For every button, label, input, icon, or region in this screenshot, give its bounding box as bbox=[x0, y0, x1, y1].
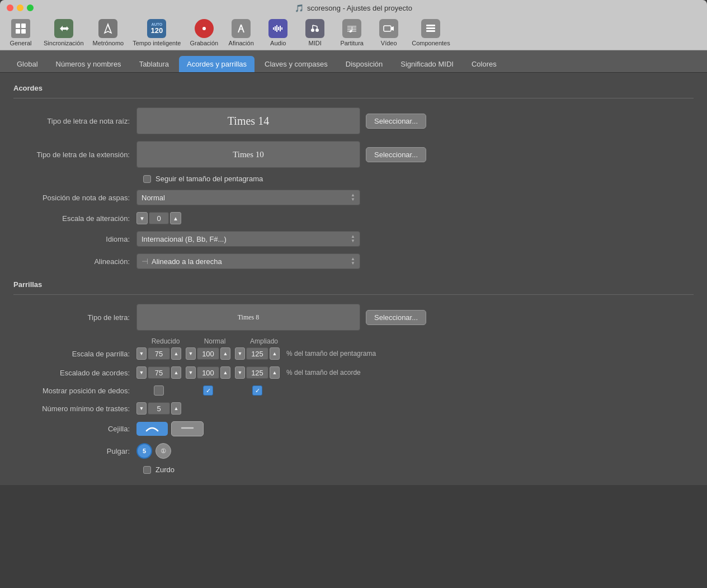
mp-ampliado-checkbox[interactable]: ✓ bbox=[252, 385, 262, 396]
tab-colores[interactable]: Colores bbox=[464, 56, 505, 72]
svg-point-18 bbox=[315, 29, 319, 32]
ep-nor-down[interactable]: ▼ bbox=[186, 347, 196, 360]
toolbar-afinacion-label: Afinación bbox=[229, 40, 254, 46]
toolbar-video[interactable]: Vídeo bbox=[375, 19, 403, 46]
ep-red-up[interactable]: ▲ bbox=[171, 347, 181, 360]
ep-amp-up[interactable]: ▲ bbox=[270, 347, 280, 360]
acordes-section-title: Acordes bbox=[13, 84, 694, 92]
posicion-nota-select[interactable]: Normal ▲▼ bbox=[136, 190, 360, 205]
alineacion-row: Alineación: ⊣ Alineado a la derecha ▲▼ bbox=[13, 253, 694, 269]
cejilla-option2-btn[interactable] bbox=[171, 421, 204, 436]
tab-disposicion[interactable]: Disposición bbox=[338, 56, 390, 72]
posicion-nota-label: Posición de nota de aspas: bbox=[13, 194, 136, 202]
tabs-bar: Global Números y nombres Tablatura Acord… bbox=[0, 50, 707, 73]
idioma-select[interactable]: Internacional (B, Bb, F#...) ▲▼ bbox=[136, 231, 360, 247]
cejilla-toggle-group bbox=[136, 421, 204, 436]
ea-red-up[interactable]: ▲ bbox=[171, 366, 181, 379]
tipo-letra-extension-row: Tipo de letra de la extensión: Times 10 … bbox=[13, 141, 694, 168]
toolbar-sincronizacion[interactable]: Sincronización bbox=[44, 19, 84, 46]
alineacion-label: Alineación: bbox=[13, 257, 136, 266]
ep-nor-up[interactable]: ▲ bbox=[220, 347, 230, 360]
close-button[interactable] bbox=[7, 4, 13, 11]
zurdo-row: Zurdo bbox=[143, 465, 694, 474]
tipo-letra-raiz-row: Tipo de letra de nota raíz: Times 14 Sel… bbox=[13, 107, 694, 134]
toolbar-grabacion[interactable]: Grabación bbox=[190, 19, 218, 46]
title-icon: 🎵 bbox=[295, 4, 304, 12]
ea-red-down[interactable]: ▼ bbox=[136, 366, 147, 379]
mp-normal-container: ✓ bbox=[186, 385, 230, 396]
ea-amp-down[interactable]: ▼ bbox=[235, 366, 245, 379]
svg-rect-2 bbox=[16, 29, 20, 34]
svg-rect-28 bbox=[384, 26, 391, 31]
tipo-letra-extension-select-btn[interactable]: Seleccionar... bbox=[366, 147, 426, 162]
toolbar-afinacion[interactable]: Afinación bbox=[227, 19, 255, 46]
toolbar-tempo[interactable]: AUTO 120 Tempo inteligente bbox=[133, 19, 181, 46]
tipo-letra-raiz-label: Tipo de letra de nota raíz: bbox=[13, 117, 136, 125]
tab-midi[interactable]: Significado MIDI bbox=[393, 56, 461, 72]
alineacion-select[interactable]: ⊣ Alineado a la derecha ▲▼ bbox=[136, 253, 360, 269]
tipo-letra-raiz-select-btn[interactable]: Seleccionar... bbox=[366, 114, 426, 129]
svg-line-20 bbox=[313, 25, 317, 26]
idioma-label: Idioma: bbox=[13, 235, 136, 243]
toolbar-partitura[interactable]: Partitura bbox=[338, 19, 366, 46]
ea-nor-down[interactable]: ▼ bbox=[186, 366, 196, 379]
posicion-nota-arrows: ▲▼ bbox=[351, 193, 355, 202]
ea-nor-up[interactable]: ▲ bbox=[220, 366, 230, 379]
pulgar-option1-btn[interactable]: 5 bbox=[136, 443, 152, 459]
ep-amp-down[interactable]: ▼ bbox=[235, 347, 245, 360]
mp-reducido-checkbox[interactable] bbox=[154, 385, 164, 396]
tab-claves[interactable]: Claves y compases bbox=[257, 56, 336, 72]
escala-parrilla-label: Escala de parrilla: bbox=[13, 350, 136, 358]
mp-normal-checkbox[interactable]: ✓ bbox=[203, 385, 213, 396]
ea-amp-value: 125 bbox=[246, 366, 268, 379]
toolbar-midi-label: MIDI bbox=[309, 40, 322, 46]
escala-alteracion-row: Escala de alteración: ▼ 0 ▲ bbox=[13, 212, 694, 224]
zurdo-checkbox[interactable] bbox=[143, 466, 151, 474]
tab-numeros[interactable]: Números y nombres bbox=[48, 56, 129, 72]
parrillas-tipo-letra-label: Tipo de letra: bbox=[13, 313, 136, 322]
toolbar-midi[interactable]: MIDI bbox=[301, 19, 329, 46]
componentes-icon bbox=[421, 19, 440, 38]
posicion-nota-row: Posición de nota de aspas: Normal ▲▼ bbox=[13, 190, 694, 205]
toolbar-metronomo[interactable]: Metrónomo bbox=[93, 19, 124, 46]
acordes-divider bbox=[13, 98, 694, 98]
afinacion-icon bbox=[232, 19, 251, 38]
mp-reducido-container bbox=[136, 385, 181, 396]
col-headers-row: Reducido Normal Ampliado bbox=[143, 337, 694, 345]
svg-point-7 bbox=[202, 27, 206, 30]
escala-alteracion-down[interactable]: ▼ bbox=[136, 212, 148, 224]
ea-amp-up[interactable]: ▲ bbox=[270, 366, 280, 379]
pulgar-row: Pulgar: 5 ① bbox=[13, 443, 694, 459]
svg-rect-11 bbox=[273, 27, 274, 30]
toolbar-general[interactable]: General bbox=[7, 19, 35, 46]
tab-tablatura[interactable]: Tablatura bbox=[131, 56, 177, 72]
maximize-button[interactable] bbox=[27, 4, 34, 11]
mp-ampliado-container: ✓ bbox=[235, 385, 280, 396]
col-header-normal: Normal bbox=[192, 337, 237, 345]
ep-amp-value: 125 bbox=[246, 347, 268, 360]
ea-reducido: ▼ 75 ▲ bbox=[136, 366, 181, 379]
pulgar-toggle-group: 5 ① bbox=[136, 443, 171, 459]
audio-icon bbox=[268, 19, 287, 38]
ep-red-down[interactable]: ▼ bbox=[136, 347, 147, 360]
pulgar-option2-btn[interactable]: ① bbox=[155, 443, 171, 459]
minimize-button[interactable] bbox=[17, 4, 23, 11]
toolbar-partitura-label: Partitura bbox=[340, 40, 364, 46]
cejilla-option1-btn[interactable] bbox=[136, 422, 168, 436]
escala-alteracion-up[interactable]: ▲ bbox=[170, 212, 181, 224]
toolbar-audio[interactable]: Audio bbox=[264, 19, 292, 46]
parrillas-tipo-letra-select-btn[interactable]: Seleccionar... bbox=[366, 310, 426, 325]
toolbar-metronomo-label: Metrónomo bbox=[93, 40, 124, 46]
escala-alteracion-label: Escala de alteración: bbox=[13, 214, 136, 223]
tab-acordes[interactable]: Acordes y parrillas bbox=[179, 56, 254, 72]
tab-global[interactable]: Global bbox=[9, 56, 46, 72]
nm-up[interactable]: ▲ bbox=[171, 402, 181, 415]
tipo-letra-extension-label: Tipo de letra de la extensión: bbox=[13, 150, 136, 159]
nm-down[interactable]: ▼ bbox=[136, 402, 147, 415]
toolbar-componentes[interactable]: Componentes bbox=[412, 19, 450, 46]
escalado-acordes-row: Escalado de acordes: ▼ 75 ▲ ▼ 100 ▲ ▼ 12… bbox=[13, 366, 694, 379]
seguir-tamano-checkbox[interactable] bbox=[143, 175, 151, 183]
escalado-acordes-suffix: % del tamaño del acorde bbox=[286, 369, 361, 377]
parrillas-tipo-letra-row: Tipo de letra: Times 8 Seleccionar... bbox=[13, 304, 694, 331]
parrillas-tipo-letra-box: Times 8 bbox=[136, 304, 360, 331]
